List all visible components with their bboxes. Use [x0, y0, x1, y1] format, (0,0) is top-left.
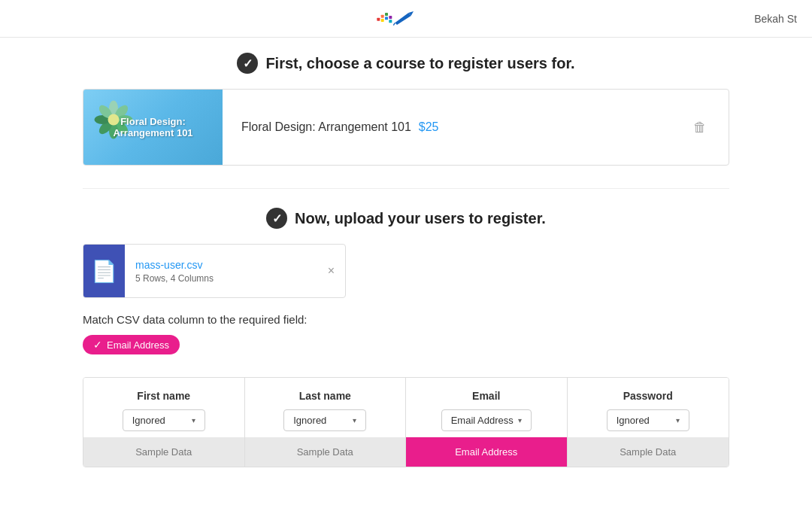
last-name-select-wrapper: Ignored ▾ [254, 409, 397, 431]
email-chevron-icon: ▾ [518, 416, 522, 424]
email-select[interactable]: Email Address ▾ [441, 409, 532, 431]
csv-meta: 5 Rows, 4 Columns [135, 273, 307, 284]
delete-course-button[interactable]: 🗑 [690, 117, 710, 138]
svg-rect-1 [381, 14, 384, 17]
password-select-value: Ignored [617, 415, 650, 426]
password-select-wrapper: Ignored ▾ [577, 409, 720, 431]
csv-filename: mass-user.csv [135, 259, 307, 271]
column-first-name: First name Ignored ▾ Sample Data [83, 378, 245, 467]
course-card: Floral Design:Arrangement 101 Floral Des… [83, 89, 729, 166]
user-name: Bekah St [754, 13, 797, 25]
last-name-label: Last name [254, 390, 397, 402]
last-name-header: Last name Ignored ▾ [245, 378, 406, 437]
last-name-chevron-icon: ▾ [353, 416, 356, 424]
first-name-sample: Sample Data [83, 437, 244, 467]
email-sample: Email Address [406, 437, 567, 467]
email-select-value: Email Address [451, 415, 514, 426]
step2-title: ✓ Now, upload your users to register. [83, 208, 729, 229]
first-name-select-wrapper: Ignored ▾ [92, 409, 235, 431]
step2-title-text: Now, upload your users to register. [295, 210, 546, 227]
email-header: Email Email Address ▾ [406, 378, 567, 437]
email-address-badge: ✓ Email Address [83, 335, 180, 354]
match-label: Match CSV data column to the required fi… [83, 313, 729, 326]
password-label: Password [577, 390, 720, 402]
column-last-name: Last name Ignored ▾ Sample Data [245, 378, 407, 467]
badge-label: Email Address [107, 339, 169, 351]
password-chevron-icon: ▾ [676, 416, 680, 424]
badge-check-icon: ✓ [93, 339, 102, 351]
columns-grid: First name Ignored ▾ Sample Data Last na… [83, 377, 729, 467]
upload-section: ✓ Now, upload your users to register. 📄 … [83, 208, 729, 467]
email-select-wrapper: Email Address ▾ [415, 409, 558, 431]
svg-line-7 [393, 23, 395, 25]
csv-icon-area: 📄 [83, 245, 125, 297]
step1-check-icon: ✓ [237, 53, 258, 74]
svg-rect-4 [385, 17, 388, 20]
last-name-sample: Sample Data [245, 437, 406, 467]
course-image: Floral Design:Arrangement 101 [83, 90, 223, 165]
first-name-chevron-icon: ▾ [192, 416, 195, 424]
password-header: Password Ignored ▾ [568, 378, 729, 437]
last-name-select-value: Ignored [293, 415, 326, 426]
first-name-header: First name Ignored ▾ [83, 378, 244, 437]
column-email: Email Email Address ▾ Email Address [406, 378, 568, 467]
main-content: ✓ First, choose a course to register use… [68, 38, 744, 497]
csv-info: mass-user.csv 5 Rows, 4 Columns [125, 251, 317, 291]
svg-rect-3 [385, 13, 388, 16]
csv-close-button[interactable]: × [317, 257, 345, 285]
course-price: $25 [419, 120, 439, 133]
svg-rect-0 [377, 17, 380, 20]
csv-file-box: 📄 mass-user.csv 5 Rows, 4 Columns × [83, 244, 346, 298]
svg-rect-2 [381, 19, 384, 22]
password-select[interactable]: Ignored ▾ [607, 409, 689, 431]
step2-check-icon: ✓ [266, 208, 287, 229]
course-image-label: Floral Design:Arrangement 101 [113, 116, 192, 138]
csv-document-icon: 📄 [91, 259, 117, 284]
email-label: Email [415, 390, 558, 402]
header: Bekah St [0, 0, 812, 38]
column-password: Password Ignored ▾ Sample Data [568, 378, 729, 467]
first-name-select[interactable]: Ignored ▾ [123, 409, 205, 431]
svg-rect-6 [389, 20, 392, 23]
course-name: Floral Design: Arrangement 101 [241, 120, 411, 133]
step1-title: ✓ First, choose a course to register use… [83, 53, 729, 74]
last-name-select[interactable]: Ignored ▾ [283, 409, 366, 431]
first-name-label: First name [92, 390, 235, 402]
password-sample: Sample Data [568, 437, 729, 467]
section-divider [83, 188, 729, 189]
logo [376, 8, 436, 30]
course-title-price: Floral Design: Arrangement 101 $25 [241, 120, 439, 134]
svg-rect-5 [389, 16, 392, 19]
first-name-select-value: Ignored [132, 415, 165, 426]
step1-title-text: First, choose a course to register users… [265, 55, 574, 72]
course-info: Floral Design: Arrangement 101 $25 🗑 [223, 102, 729, 154]
